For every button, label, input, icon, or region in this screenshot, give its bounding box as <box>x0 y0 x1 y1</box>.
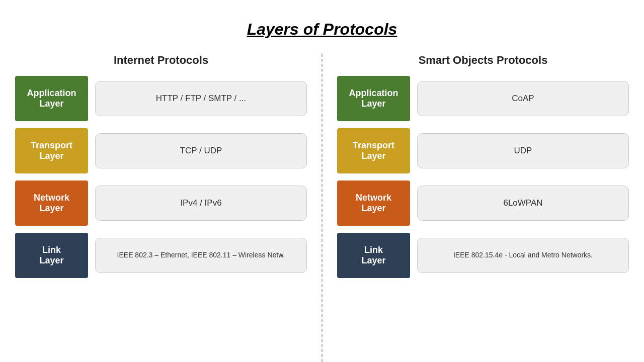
page-title: Layers of Protocols <box>247 20 397 39</box>
internet-column: Internet Protocols ApplicationLayer HTTP… <box>0 54 322 362</box>
smart-link-protocol: IEEE 802.15.4e - Local and Metro Network… <box>417 238 629 273</box>
smart-link-row: LinkLayer IEEE 802.15.4e - Local and Met… <box>337 233 629 278</box>
internet-transport-protocol: TCP / UDP <box>95 133 307 168</box>
smart-column-title: Smart Objects Protocols <box>419 54 548 67</box>
internet-application-protocol: HTTP / FTP / SMTP / ... <box>95 81 307 116</box>
smart-application-label: ApplicationLayer <box>337 76 410 121</box>
internet-link-row: LinkLayer IEEE 802.3 – Ethernet, IEEE 80… <box>15 233 307 278</box>
internet-network-label: NetworkLayer <box>15 180 88 226</box>
smart-transport-protocol: UDP <box>417 133 629 168</box>
internet-column-title: Internet Protocols <box>114 54 208 67</box>
column-divider <box>321 54 323 362</box>
smart-network-label: NetworkLayer <box>337 180 410 226</box>
internet-network-row: NetworkLayer IPv4 / IPv6 <box>15 180 307 226</box>
main-content: Internet Protocols ApplicationLayer HTTP… <box>0 54 644 362</box>
smart-application-protocol: CoAP <box>417 81 629 116</box>
internet-application-row: ApplicationLayer HTTP / FTP / SMTP / ... <box>15 76 307 121</box>
smart-column: Smart Objects Protocols ApplicationLayer… <box>322 54 644 362</box>
smart-transport-label: TransportLayer <box>337 128 410 173</box>
smart-link-label: LinkLayer <box>337 233 410 278</box>
internet-transport-row: TransportLayer TCP / UDP <box>15 128 307 173</box>
internet-application-label: ApplicationLayer <box>15 76 88 121</box>
smart-transport-row: TransportLayer UDP <box>337 128 629 173</box>
smart-network-row: NetworkLayer 6LoWPAN <box>337 180 629 226</box>
smart-network-protocol: 6LoWPAN <box>417 186 629 221</box>
smart-application-row: ApplicationLayer CoAP <box>337 76 629 121</box>
internet-link-label: LinkLayer <box>15 233 88 278</box>
internet-transport-label: TransportLayer <box>15 128 88 173</box>
internet-link-protocol: IEEE 802.3 – Ethernet, IEEE 802.11 – Wir… <box>95 238 307 273</box>
internet-network-protocol: IPv4 / IPv6 <box>95 186 307 221</box>
